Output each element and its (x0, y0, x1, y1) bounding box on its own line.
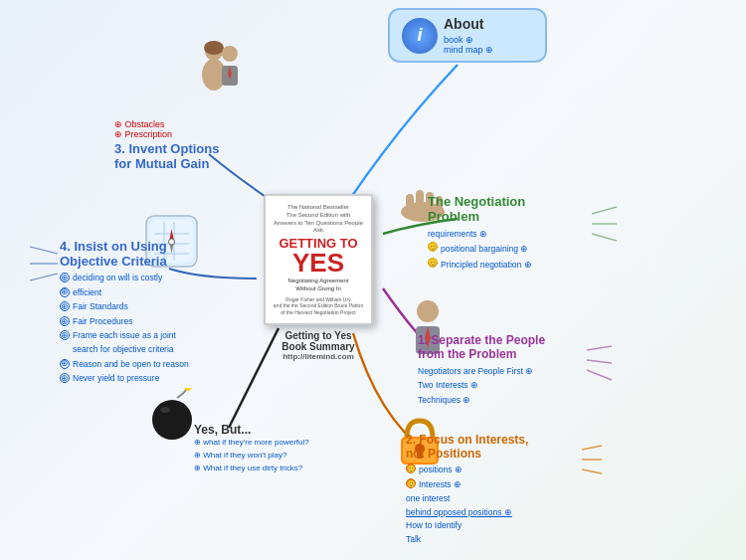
node4-title: 4. Insist on UsingObjective Criteria (60, 239, 259, 269)
about-links[interactable]: book ⊕ mind map ⊕ (444, 35, 493, 55)
negotiating-text: Negotiating AgreementWithout Giving In (272, 278, 365, 293)
svg-point-36 (417, 300, 439, 322)
item-never-yield: Never yield to pressure (73, 372, 159, 386)
neg-problem-title: The NegotiationProblem (428, 194, 597, 224)
focus-items: 😊 positions ⊕ 😊 Interests ⊕ one interest… (406, 464, 580, 547)
item-behind[interactable]: behind opposed positions ⊕ (406, 506, 580, 520)
plus-icon[interactable]: ⊕ (60, 359, 70, 369)
smiley-icon2: 😊 (428, 258, 438, 268)
about-node: i About book ⊕ mind map ⊕ (388, 8, 547, 63)
item-talk: Talk (406, 533, 580, 547)
svg-line-9 (30, 247, 58, 254)
svg-line-8 (582, 469, 602, 473)
plus-icon[interactable]: ⊕ (60, 287, 70, 297)
yes-but-node: Yes, But... ⊕ what if they're more power… (194, 423, 313, 474)
item-fair-procedures: Fair Procedures (73, 315, 132, 329)
item-positional: 😊 positional bargaining ⊕ (428, 242, 597, 256)
about-mindmap-link[interactable]: mind map ⊕ (444, 45, 493, 55)
yes-text: YES (272, 250, 365, 276)
about-book-link[interactable]: book ⊕ (444, 35, 493, 45)
focus-title: 2. Focus on Interests,not Positions (406, 433, 580, 461)
yes-but-items: ⊕ what if they're more powerful? ⊕ What … (194, 437, 313, 474)
bomb-icon-node (147, 388, 197, 447)
plus-icon[interactable]: ⊕ (60, 316, 70, 326)
mind-map: i About book ⊕ mind map ⊕ (0, 0, 746, 560)
svg-line-3 (587, 346, 612, 350)
bomb-icon (147, 388, 197, 443)
item-negotiators[interactable]: Negotiators are People First ⊕ (418, 364, 577, 378)
focus-interests-node: 2. Focus on Interests,not Positions 😊 po… (406, 433, 580, 547)
item-fair-standards: Fair Standards (73, 300, 128, 314)
item-two-interests[interactable]: Two Interests ⊕ (418, 378, 577, 392)
book-summary-label: Getting to Yes Book Summary http://litem… (254, 330, 383, 361)
item-interests: 😊 Interests ⊕ (406, 478, 580, 492)
item-techniques[interactable]: Techniques ⊕ (418, 393, 577, 407)
item-principled: 😊 Principled negotiation ⊕ (428, 258, 597, 272)
svg-point-14 (204, 41, 224, 55)
prescription-label[interactable]: ⊕ Prescription (114, 129, 172, 139)
sep-people-items: Negotiators are People First ⊕ Two Inter… (418, 364, 577, 407)
svg-point-29 (152, 400, 192, 440)
neg-problem-items: requirements ⊕ 😊 positional bargaining ⊕… (428, 227, 597, 272)
svg-line-5 (587, 370, 612, 380)
about-label: About (444, 16, 493, 32)
smiley-orange: 😊 (406, 464, 416, 473)
getting-to-yes-label: Getting to Yes (254, 330, 383, 341)
node3-labels: ⊕ Obstacles ⊕ Prescription (114, 119, 303, 139)
item-efficient: efficient (73, 286, 101, 300)
svg-point-30 (160, 407, 170, 413)
svg-line-4 (587, 360, 612, 363)
principled-text[interactable]: Principled negotiation ⊕ (441, 258, 532, 272)
item-one-interest: one interest (406, 492, 580, 506)
req-text[interactable]: requirements ⊕ (428, 227, 487, 241)
plus-icon[interactable]: ⊕ (60, 373, 70, 383)
node4-objective-criteria: 4. Insist on UsingObjective Criteria ⊕de… (60, 239, 259, 387)
svg-point-15 (222, 46, 238, 62)
book-cover: The National BestsellerThe Second Editio… (264, 194, 373, 325)
item-how-to-identify: How to Identify (406, 519, 580, 533)
negotiation-problem-node: The NegotiationProblem requirements ⊕ 😊 … (428, 194, 597, 273)
item-deciding: deciding on will is costly (73, 272, 162, 285)
center-book: The National BestsellerThe Second Editio… (254, 194, 383, 361)
book-subtitle-top: The National BestsellerThe Second Editio… (272, 204, 365, 235)
plus-icon[interactable]: ⊕ (60, 273, 70, 282)
obstacles-label[interactable]: ⊕ Obstacles (114, 119, 165, 129)
item-wont-play: ⊕ What if they won't play? (194, 450, 313, 463)
node3-invent-options: ⊕ Obstacles ⊕ Prescription 3. Invent Opt… (114, 119, 303, 171)
book-url: http://litemind.com (254, 352, 383, 361)
couple-icon (194, 40, 249, 99)
book-summary-text: Book Summary (254, 341, 383, 352)
about-box: i About book ⊕ mind map ⊕ (388, 8, 547, 63)
smiley-icon: 😊 (428, 242, 438, 252)
node3-title: 3. Invent Options for Mutual Gain (114, 141, 303, 171)
smiley-orange2: 😊 (406, 478, 416, 488)
positional-text[interactable]: positional bargaining ⊕ (441, 242, 528, 256)
plus-icon[interactable]: ⊕ (60, 301, 70, 311)
svg-rect-32 (406, 194, 414, 214)
yes-but-title: Yes, But... (194, 423, 313, 437)
item-dirty-tricks: ⊕ What if they use dirty tricks? (194, 463, 313, 475)
sep-people-title: 1. Separate the Peoplefrom the Problem (418, 333, 577, 361)
positions-text[interactable]: positions ⊕ (419, 464, 463, 477)
node4-items: ⊕deciding on will is costly ⊕efficient ⊕… (60, 272, 259, 386)
svg-line-11 (30, 274, 58, 280)
plus-icon[interactable]: ⊕ (60, 330, 70, 340)
item-powerful: ⊕ what if they're more powerful? (194, 437, 313, 450)
svg-rect-33 (416, 190, 424, 214)
item-reason: Reason and be open to reason (73, 358, 189, 372)
info-icon: i (402, 18, 438, 54)
author-text: Roger Fisher and William Uryand the the … (272, 296, 365, 316)
item-positions: 😊 positions ⊕ (406, 464, 580, 477)
sep-people-node: 1. Separate the Peoplefrom the Problem N… (418, 333, 577, 407)
item-requirements: requirements ⊕ (428, 227, 597, 241)
item-frame: Frame each issue as a jointsearch for ob… (73, 329, 176, 356)
interests-text[interactable]: Interests ⊕ (419, 478, 462, 492)
person-icon-top (194, 40, 249, 103)
svg-line-6 (582, 446, 602, 450)
